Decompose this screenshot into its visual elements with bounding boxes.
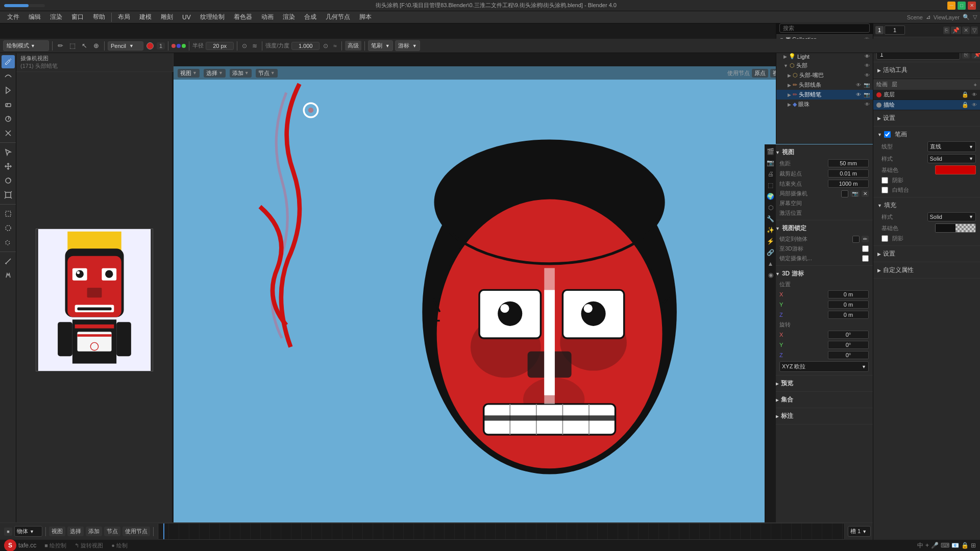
- brush-toggle-1[interactable]: ⊙: [240, 41, 249, 51]
- layer-add-btn[interactable]: +: [974, 82, 977, 88]
- menu-modeling[interactable]: 建模: [135, 12, 156, 22]
- headpencil-visibility[interactable]: 👁: [856, 92, 861, 97]
- white-checkbox[interactable]: [881, 187, 888, 193]
- prop-world-icon[interactable]: 🌍: [766, 191, 776, 202]
- line-style-dropdown[interactable]: Solid ▼: [927, 154, 976, 163]
- cursor-mode-dropdown[interactable]: XYZ 欧拉 ▼: [779, 361, 869, 372]
- lock-camera-checkbox[interactable]: [862, 255, 869, 262]
- pencil-icon-3[interactable]: ↖: [80, 41, 89, 51]
- close-camera-btn[interactable]: ✕: [862, 190, 869, 197]
- custom-props-header[interactable]: ▶ 自定义属性: [873, 264, 980, 276]
- menu-animation[interactable]: 动画: [257, 12, 278, 22]
- search-icon[interactable]: 🔍: [963, 14, 970, 20]
- menu-sculpt[interactable]: 雕刻: [157, 12, 177, 22]
- viewport-nodes-dropdown[interactable]: 节点 ▼: [256, 69, 278, 78]
- slot-dropdown[interactable]: 槽 1 ▼: [848, 526, 871, 537]
- use-nodes-btn[interactable]: 使用节点: [122, 527, 150, 536]
- scale-tool-btn[interactable]: [2, 188, 15, 202]
- brush-toggle-2[interactable]: ≋: [251, 41, 259, 51]
- clip-end-value[interactable]: 1000 m: [828, 180, 869, 188]
- prop-viewlayer-icon[interactable]: ⬚: [766, 180, 776, 190]
- headpencil-render-icon[interactable]: 📷: [864, 92, 870, 97]
- object-mode-btn[interactable]: ■: [4, 528, 12, 536]
- menu-help[interactable]: 帮助: [89, 12, 109, 22]
- lock-3d-checkbox[interactable]: [862, 245, 869, 252]
- view-lock-header[interactable]: ▼ 视图锁定: [771, 222, 873, 234]
- radius-input[interactable]: 20 px: [206, 42, 234, 50]
- brush-dropdown[interactable]: 笔刷 ▼: [368, 40, 393, 51]
- local-camera-icon-btn[interactable]: 📷: [850, 190, 860, 197]
- timeline-track[interactable]: [158, 523, 845, 540]
- facelines-render-icon[interactable]: 📷: [864, 82, 870, 88]
- outliner-item-gem[interactable]: ▶ ◆ 眼珠 👁: [776, 99, 873, 109]
- cursor-x-value[interactable]: 0 m: [828, 290, 869, 298]
- stroke-header[interactable]: ▼ 笔画: [873, 129, 980, 140]
- prop-data-icon[interactable]: ▲: [766, 259, 776, 269]
- menu-window[interactable]: 窗口: [67, 12, 88, 22]
- clip-start-value[interactable]: 0.01 m: [828, 169, 869, 178]
- cursor-rx-value[interactable]: 0°: [828, 331, 869, 339]
- cursor-z-value[interactable]: 0 m: [828, 311, 869, 319]
- cursor-dropdown[interactable]: 游标 ▼: [395, 40, 420, 51]
- select-tool-btn[interactable]: [2, 145, 15, 159]
- cursor-3d-header[interactable]: ▼ 3D 游标: [771, 268, 873, 280]
- fill-base-color[interactable]: [935, 223, 976, 233]
- local-camera-toggle[interactable]: [841, 190, 848, 197]
- shadow-checkbox[interactable]: [881, 177, 888, 184]
- fill-style-dropdown[interactable]: Solid ▼: [927, 212, 976, 221]
- select-timeline-btn[interactable]: 选择: [67, 527, 84, 536]
- menu-render2[interactable]: 渲染: [279, 12, 299, 22]
- menu-script[interactable]: 脚本: [355, 12, 376, 22]
- layer-eye-icon[interactable]: 👁: [972, 92, 977, 97]
- viewport-shading-dropdown[interactable]: 视图 ▼: [178, 69, 200, 78]
- light-visibility[interactable]: 👁: [865, 54, 870, 59]
- hair-visibility[interactable]: 👁: [865, 72, 870, 78]
- filter-icon[interactable]: ▽: [973, 14, 977, 20]
- annotate-tool-btn[interactable]: [2, 269, 15, 282]
- menu-texture[interactable]: 纹理绘制: [196, 12, 229, 22]
- gp-layer-bottom[interactable]: 底层 🔒 👁: [873, 90, 980, 100]
- strength-input[interactable]: 1.000: [291, 42, 320, 50]
- fill-header[interactable]: ▼ 填充: [873, 199, 980, 211]
- fill-shadow-checkbox[interactable]: [881, 235, 888, 242]
- stroke-checkbox[interactable]: [884, 131, 891, 138]
- erase-tool-btn[interactable]: [2, 98, 15, 111]
- prop-constraints-icon[interactable]: 🔗: [766, 247, 776, 258]
- fill-tool-btn[interactable]: [2, 84, 15, 97]
- draw-tool-btn[interactable]: [2, 55, 15, 68]
- cursor-rz-value[interactable]: 0°: [828, 351, 869, 359]
- collection-header[interactable]: ▶ 集合: [771, 394, 873, 406]
- prop-pin-icon[interactable]: 📌: [951, 27, 961, 34]
- menu-geonode[interactable]: 几何节点: [322, 12, 354, 22]
- prop-particles-icon[interactable]: ✨: [766, 225, 776, 235]
- menu-uv[interactable]: UV: [178, 13, 195, 22]
- gp-layer-draw[interactable]: 描绘 🔒 👁: [873, 100, 980, 110]
- outliner-item-head-pencil[interactable]: ▶ ✏ 头部蜡笔 👁 📷: [776, 90, 873, 99]
- pencil-icon-2[interactable]: ⬚: [67, 41, 78, 51]
- origin-btn[interactable]: 原点: [752, 69, 768, 78]
- cursor-y-value[interactable]: 0 m: [828, 300, 869, 309]
- smooth-tool-btn[interactable]: [2, 69, 15, 83]
- pencil-icon-4[interactable]: ⊕: [91, 41, 101, 51]
- object-mode-dropdown[interactable]: 物体 ▼: [14, 526, 42, 537]
- close-button[interactable]: ✕: [968, 2, 976, 10]
- outliner-item-outer-part[interactable]: ▼ ⬡ 头部 👁: [776, 61, 873, 70]
- lock-obj-toggle[interactable]: [852, 236, 860, 243]
- view-section-header[interactable]: ▼ 视图: [771, 146, 873, 158]
- focal-value[interactable]: 50 mm: [828, 159, 869, 167]
- cursor-ry-value[interactable]: 0°: [828, 341, 869, 349]
- maximize-button[interactable]: □: [958, 2, 966, 10]
- menu-composite[interactable]: 合成: [300, 12, 321, 22]
- pencil-icon-1[interactable]: ✏: [56, 41, 65, 51]
- viewport-add-dropdown[interactable]: 添加 ▼: [230, 69, 252, 78]
- prop-modifier-icon[interactable]: 🔧: [766, 214, 776, 224]
- prop-physics-icon[interactable]: ⚡: [766, 236, 776, 246]
- outliner-search-input[interactable]: [779, 23, 870, 33]
- advanced-btn[interactable]: 高级: [345, 41, 361, 51]
- menu-edit[interactable]: 编辑: [24, 12, 45, 22]
- line-type-dropdown[interactable]: 直线 ▼: [927, 141, 976, 152]
- strength-toggle-2[interactable]: ≈: [332, 41, 338, 51]
- edit-mode-dropdown[interactable]: 绘制模式 ▼: [3, 40, 49, 51]
- box-select-btn[interactable]: [2, 207, 15, 220]
- prop-input-1[interactable]: 1: [885, 26, 905, 35]
